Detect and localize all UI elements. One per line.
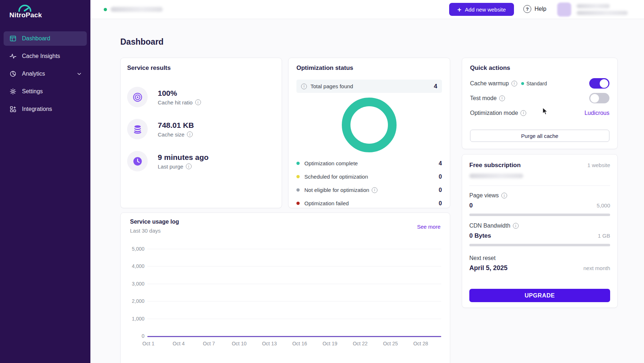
legend-value: 0: [439, 200, 442, 207]
test-mode-label: Test mode: [470, 95, 497, 102]
cache-hit-ratio-label: Cache hit ratio: [158, 99, 193, 106]
legend-label: Optimization failed: [304, 200, 349, 206]
page-views-limit: 5,000: [596, 202, 610, 209]
info-icon[interactable]: i: [195, 99, 201, 105]
subscription-website-name-redacted: [469, 174, 523, 178]
nitropack-dashboard-screen: NitroPack Dashboard Cache Insights: [0, 0, 644, 363]
metric-cache-size: 748.01 KB Cache sizei: [127, 119, 275, 139]
cache-warmup-status: Standard: [521, 81, 547, 86]
info-icon[interactable]: i: [187, 131, 193, 137]
user-email-redacted: [577, 11, 628, 15]
x-tick-label: Oct 4: [169, 341, 189, 346]
toggle-knob: [600, 79, 608, 88]
legend-row-optimization-complete: Optimization complete 4: [296, 157, 442, 170]
pie-chart-icon: [9, 70, 17, 77]
info-icon[interactable]: i: [499, 95, 505, 101]
chart-x-axis: Oct 1Oct 4Oct 7Oct 10Oct 13Oct 16Oct 19O…: [138, 341, 431, 346]
upgrade-button[interactable]: UPGRADE: [469, 289, 610, 302]
cache-hit-target-icon: [127, 87, 148, 107]
usage-chart: 5,0004,0003,0002,0001,0000 Oct 1Oct 4Oct…: [121, 213, 450, 363]
total-pages-found-value: 4: [434, 83, 437, 90]
yellow-dot-icon: [296, 175, 300, 178]
add-new-website-label: Add new website: [465, 6, 506, 13]
status-dot-icon: [521, 82, 524, 85]
add-new-website-button[interactable]: + Add new website: [449, 3, 514, 16]
info-icon[interactable]: i: [501, 193, 507, 198]
gridline: [147, 319, 441, 319]
pageviews-zero-line: [147, 336, 441, 337]
next-reset-note: next month: [583, 265, 610, 271]
next-reset-date: April 5, 2025: [469, 264, 507, 272]
red-dot-icon: [296, 202, 300, 205]
current-website-name-redacted[interactable]: [111, 7, 163, 12]
toggle-knob: [590, 94, 599, 103]
info-icon[interactable]: i: [513, 223, 519, 229]
website-count: 1 website: [587, 162, 610, 168]
sidebar-item-analytics[interactable]: Analytics: [4, 67, 87, 81]
cdn-bandwidth-label: CDN Bandwidth: [469, 223, 510, 229]
test-mode-toggle[interactable]: [589, 93, 609, 103]
page-views-used: 0: [469, 202, 473, 209]
gridline: [147, 301, 441, 301]
optimization-mode-value-link[interactable]: Ludicrous: [585, 110, 609, 116]
pulse-icon: [9, 53, 17, 60]
x-tick-label: Oct 7: [199, 341, 219, 346]
sidebar-item-label: Cache Insights: [22, 53, 60, 59]
page-views-label: Page views: [469, 192, 499, 199]
legend-label: Not eligible for optimization: [304, 187, 369, 193]
info-icon[interactable]: i: [520, 110, 526, 116]
y-tick-label: 4,000: [121, 263, 144, 269]
site-status-dot: [104, 8, 107, 11]
sidebar-item-label: Settings: [22, 88, 43, 95]
cache-warmup-toggle[interactable]: [589, 78, 609, 89]
info-icon[interactable]: i: [301, 84, 307, 89]
y-tick-label: 1,000: [121, 316, 144, 322]
optimization-mode-row: Optimization modei Ludicrous: [470, 106, 609, 120]
cdn-bandwidth-progress-bar: [469, 244, 610, 246]
sidebar-item-integrations[interactable]: Integrations: [4, 102, 87, 116]
purge-all-cache-button[interactable]: Purge all cache: [470, 130, 609, 142]
total-pages-found-label: Total pages found: [310, 83, 353, 89]
sidebar-item-settings[interactable]: Settings: [4, 84, 87, 99]
next-reset-label: Next reset: [469, 255, 610, 261]
brand-name: NitroPack: [9, 11, 53, 19]
cache-size-label: Cache size: [158, 131, 184, 138]
legend-label: Optimization complete: [304, 160, 358, 166]
last-purge-value: 9 minutes ago: [158, 153, 209, 162]
legend-label: Scheduled for optimization: [304, 174, 368, 180]
x-tick-label: Oct 22: [350, 341, 370, 346]
cache-size-value: 748.01 KB: [158, 121, 194, 130]
dashboard-icon: [9, 35, 17, 42]
help-label: Help: [535, 6, 546, 12]
optimization-donut-chart: [342, 98, 397, 152]
cache-hit-ratio-value: 100%: [158, 89, 201, 98]
gridline: [147, 266, 441, 266]
info-icon[interactable]: i: [511, 81, 517, 86]
sidebar-item-cache-insights[interactable]: Cache Insights: [4, 49, 87, 63]
avatar[interactable]: [557, 3, 571, 17]
divider: [469, 185, 610, 186]
quick-actions-card: Quick actions Cache warmupi Standard Tes…: [462, 58, 618, 149]
x-tick-label: Oct 1: [138, 341, 158, 346]
sidebar-item-label: Analytics: [22, 71, 45, 77]
sidebar-nav: Dashboard Cache Insights Analytics: [0, 31, 90, 120]
gear-icon: [9, 88, 17, 95]
teal-dot-icon: [296, 162, 300, 165]
nitropack-logo[interactable]: NitroPack: [9, 4, 53, 19]
sidebar-item-dashboard[interactable]: Dashboard: [4, 31, 87, 46]
info-icon[interactable]: i: [186, 163, 192, 169]
service-usage-log-card: Service usage log Last 30 days See more …: [120, 212, 450, 363]
page-title: Dashboard: [120, 37, 164, 47]
sidebar: NitroPack Dashboard Cache Insights: [0, 0, 90, 363]
sidebar-item-label: Integrations: [22, 106, 52, 112]
topbar: + Add new website ? Help: [90, 0, 644, 19]
help-button[interactable]: ? Help: [523, 5, 546, 13]
y-tick-label: 5,000: [121, 246, 144, 252]
test-mode-row: Test modei: [470, 91, 609, 106]
main-content: Dashboard Service results 100% Cache hi: [90, 19, 644, 363]
x-tick-label: Oct 10: [229, 341, 249, 346]
info-icon[interactable]: i: [372, 187, 377, 193]
legend-value: 4: [439, 160, 442, 167]
legend-row-scheduled-for-optimization: Scheduled for optimization 0: [296, 170, 442, 183]
chevron-down-icon[interactable]: [77, 71, 82, 78]
